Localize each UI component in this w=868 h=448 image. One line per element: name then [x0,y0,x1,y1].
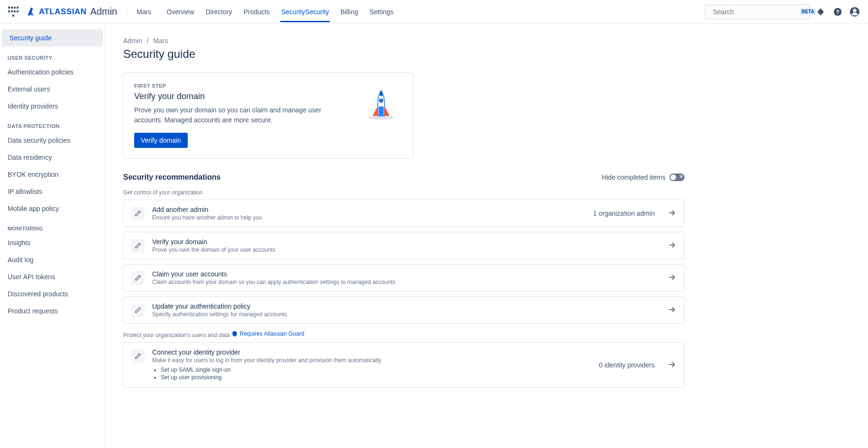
breadcrumb-org[interactable]: Mars [153,37,168,45]
rec-add-admin[interactable]: Add another admin Ensure you have anothe… [123,200,685,227]
sidebar-item-external-users[interactable]: External users [0,81,105,98]
pencil-icon [131,303,145,317]
rec-title: Connect your identity provider [152,348,591,356]
rec-meta: 1 organization admin [593,210,655,217]
hide-completed-toggle[interactable]: ✕ [669,174,685,181]
logo[interactable]: ATLASSIAN Admin [27,6,117,17]
guard-link[interactable]: Requires Atlassian Guard [231,330,304,337]
arrow-right-icon [667,360,676,371]
notifications-icon[interactable] [815,6,826,18]
arrow-right-icon [667,240,676,251]
guard-icon [231,330,238,337]
pencil-icon [131,271,145,284]
rec-title: Add another admin [152,206,585,213]
sidebar-item-insights[interactable]: Insights [0,234,105,251]
recommendations-title: Security recommendations [123,173,220,182]
rec-bullet: Set up user provisioning [161,374,591,381]
guard-link-text: Requires Atlassian Guard [240,330,304,337]
svg-point-5 [853,9,856,12]
sidebar-item-auth-policies[interactable]: Authentication policies [0,64,105,81]
arrow-right-icon [667,273,676,283]
rec-desc: Prove you own the domain of your user ac… [152,247,659,253]
svg-point-9 [379,99,381,101]
rec-claim-accounts[interactable]: Claim your user accounts Claim accounts … [123,264,685,292]
first-step-label: FIRST STEP [134,83,333,89]
verify-domain-button[interactable]: Verify domain [134,133,188,148]
group2-heading: Protect your organization's users and da… [123,330,685,338]
sidebar-item-data-security[interactable]: Data security policies [0,132,105,149]
sidebar-item-byok[interactable]: BYOK encryption [0,166,105,183]
rec-desc: Claim accounts from your domain so you c… [152,279,659,285]
first-step-title: Verify your domain [134,91,333,101]
sidebar-item-audit-log[interactable]: Audit log [0,251,105,268]
brand-suffix: Admin [91,6,118,17]
nav-billing[interactable]: Billing [335,1,364,22]
group1-heading: Get control of your organization [123,189,685,196]
rec-desc: Ensure you have another admin to help yo… [152,214,585,221]
sidebar-heading-user-security: USER SECURITY [0,46,105,64]
svg-point-10 [382,99,383,101]
nav-security[interactable]: SecuritySecurity [275,1,335,22]
atlassian-logo-icon [27,7,36,17]
main-content: Admin / Mars Security guide FIRST STEP V… [105,24,703,448]
group2-label-text: Protect your organization's users and da… [123,332,229,338]
rec-auth-policy[interactable]: Update your authentication policy Specif… [123,296,685,324]
rec-desc: Specify authentication settings for mana… [152,311,659,318]
pencil-icon [131,239,145,252]
sidebar-heading-monitoring: MONITORING [0,217,105,234]
profile-avatar[interactable] [849,6,860,18]
rec-verify-domain[interactable]: Verify your domain Prove you own the dom… [123,232,685,259]
top-header: ATLASSIAN Admin Mars Overview Directory … [0,0,868,24]
org-switcher[interactable]: Mars [127,8,161,16]
nav-overview[interactable]: Overview [161,1,200,22]
arrow-right-icon [667,305,676,316]
rec-title: Claim your user accounts [152,270,659,278]
sidebar-item-product-requests[interactable]: Product requests [0,302,105,320]
sidebar-item-data-residency[interactable]: Data residency [0,149,105,166]
sidebar-item-ip-allowlists[interactable]: IP allowlists [0,183,105,200]
sidebar: Security guide USER SECURITY Authenticat… [0,24,105,448]
arrow-right-icon [667,208,676,219]
rec-bullet: Set up SAML single sign-on [161,366,591,373]
first-step-card: FIRST STEP Verify your domain Prove you … [123,72,413,159]
sidebar-item-api-tokens[interactable]: User API tokens [0,268,105,285]
nav-directory[interactable]: Directory [200,1,238,22]
sidebar-item-mobile-policy[interactable]: Mobile app policy [0,200,105,217]
search-input[interactable] [713,8,796,16]
sidebar-item-security-guide[interactable]: Security guide [2,29,103,46]
breadcrumb: Admin / Mars [123,37,685,45]
breadcrumb-admin[interactable]: Admin [123,37,142,45]
nav-products[interactable]: Products [238,1,275,22]
pencil-icon [131,349,145,363]
search-box[interactable]: BETA [705,4,809,19]
sidebar-item-discovered-products[interactable]: Discovered products [0,285,105,302]
help-icon[interactable]: ? [832,6,843,18]
rec-desc: Make it easy for users to log in from yo… [152,357,591,364]
brand-text: ATLASSIAN [39,7,87,17]
rec-bullets: Set up SAML single sign-on Set up user p… [152,366,591,381]
nav-settings[interactable]: Settings [364,1,399,22]
svg-text:?: ? [836,9,839,15]
svg-rect-7 [379,107,384,116]
sidebar-heading-data-protection: DATA PROTECTION [0,115,105,132]
primary-nav: Overview Directory Products SecuritySecu… [161,1,399,22]
sidebar-item-identity-providers[interactable]: Identity providers [0,98,105,115]
rec-title: Update your authentication policy [152,302,659,310]
first-step-desc: Prove you own your domain so you can cla… [134,105,333,125]
rec-connect-idp[interactable]: Connect your identity provider Make it e… [123,342,685,388]
rocket-illustration [360,83,402,121]
hide-completed-label: Hide completed items [602,174,666,181]
rec-title: Verify your domain [152,238,659,246]
rec-meta: 0 identity providers [599,361,655,369]
beta-badge: BETA [800,8,816,15]
pencil-icon [131,207,145,220]
app-switcher-icon[interactable] [8,6,19,18]
page-title: Security guide [123,47,685,61]
